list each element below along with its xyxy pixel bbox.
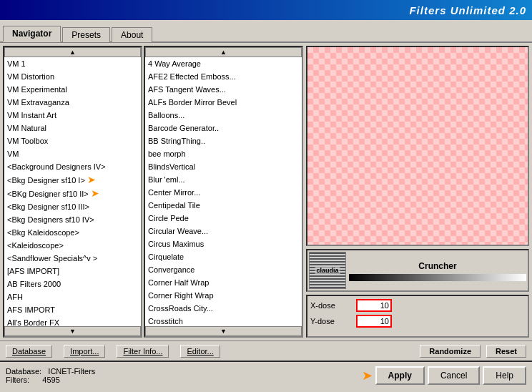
help-button[interactable]: Help: [483, 366, 526, 385]
list-item[interactable]: VM: [4, 147, 141, 160]
list-item[interactable]: AFH: [4, 290, 141, 303]
toolbar-right: Randomize Reset: [420, 345, 526, 358]
category-list-container: ▲ VM 1 VM Distortion VM Experimental VM …: [3, 46, 142, 338]
list-item[interactable]: AB Filters 2000: [4, 278, 141, 290]
list-item[interactable]: Centipedal Tile: [145, 199, 302, 212]
status-right: ➤ Apply Cancel Help: [362, 366, 526, 385]
list-item[interactable]: <Bkg Kaleidoscope>: [4, 226, 141, 239]
list-item[interactable]: AFS Tangent Waves...: [145, 83, 302, 96]
list-item[interactable]: Blur 'eml...: [145, 173, 302, 186]
list-item[interactable]: Cirquelate: [145, 250, 302, 263]
filter-name-bar: [349, 274, 526, 281]
list-item[interactable]: VM Instant Art: [4, 109, 141, 122]
filter-name-area: Cruncher: [349, 260, 526, 281]
right-panel: claudia Cruncher X-dose Y-dose: [306, 46, 529, 338]
list-item[interactable]: Corner Right Wrap: [145, 289, 302, 302]
list-item[interactable]: [AFS IMPORT]: [4, 265, 141, 278]
bottom-toolbar: Database Import... Filter Info... Editor…: [0, 340, 532, 361]
tab-navigator[interactable]: Navigator: [3, 26, 61, 42]
import-button[interactable]: Import...: [64, 345, 105, 358]
app-title: Filters Unlimited 2.0: [409, 4, 526, 16]
scroll-down-arrow-col2[interactable]: ▼: [145, 326, 302, 336]
list-item[interactable]: <Bkg Designers sf10 IV>: [4, 213, 141, 226]
status-info: Database: ICNET-Filters Filters: 4595: [6, 367, 95, 384]
category-list[interactable]: VM 1 VM Distortion VM Experimental VM Ex…: [4, 57, 141, 326]
list-item[interactable]: <Bkg Designer sf10 III>: [4, 200, 141, 213]
param-label-xdose: X-dose: [310, 301, 353, 310]
list-item[interactable]: Crosstitch: [145, 315, 302, 326]
title-bar: Filters Unlimited 2.0: [0, 0, 532, 20]
editor-button[interactable]: Editor...: [180, 345, 220, 358]
thumbnail-label: claudia: [315, 266, 340, 275]
param-input-ydose[interactable]: [356, 315, 392, 328]
filter-thumbnail: claudia: [309, 252, 346, 289]
scroll-down-arrow-col1[interactable]: ▼: [4, 326, 141, 336]
preview-area: [306, 46, 529, 246]
param-row-xdose: X-dose: [310, 299, 525, 312]
list-item[interactable]: VM Extravaganza: [4, 96, 141, 109]
filter-list-container: ▲ 4 Way Average AFE2 Effected Emboss... …: [144, 46, 303, 338]
param-input-xdose[interactable]: [356, 299, 392, 312]
list-item[interactable]: CrossRoads City...: [145, 302, 302, 315]
list-item[interactable]: 4 Way Average: [145, 57, 302, 70]
status-bar: Database: ICNET-Filters Filters: 4595 ➤ …: [0, 361, 532, 389]
tab-presets[interactable]: Presets: [62, 27, 110, 42]
filter-list[interactable]: 4 Way Average AFE2 Effected Emboss... AF…: [145, 57, 302, 326]
list-item[interactable]: AFS IMPORT: [4, 303, 141, 316]
list-item[interactable]: <Sandflower Specials^v >: [4, 252, 141, 265]
list-item[interactable]: Circle Pede: [145, 212, 302, 225]
list-item[interactable]: Circus Maximus: [145, 237, 302, 250]
list-item[interactable]: <BKg Designer sf10 II> ➤: [4, 187, 141, 200]
list-item[interactable]: VM Distortion: [4, 70, 141, 83]
list-item[interactable]: <Kaleidoscope>: [4, 239, 141, 252]
list-item[interactable]: Convergance: [145, 263, 302, 276]
list-item[interactable]: Corner Half Wrap: [145, 276, 302, 289]
list-item[interactable]: AFE2 Effected Emboss...: [145, 70, 302, 83]
apply-button[interactable]: Apply: [375, 366, 425, 385]
list-item[interactable]: Center Mirror...: [145, 186, 302, 199]
filter-info-panel: claudia Cruncher: [306, 249, 529, 292]
list-item[interactable]: Barcode Generator..: [145, 122, 302, 134]
database-status: Database: ICNET-Filters: [6, 367, 95, 376]
list-item[interactable]: Balloons...: [145, 109, 302, 122]
list-item[interactable]: bee morph: [145, 147, 302, 160]
param-label-ydose: Y-dose: [310, 317, 353, 325]
database-button[interactable]: Database: [6, 345, 52, 358]
tab-about[interactable]: About: [112, 27, 152, 42]
list-item[interactable]: VM Toolbox: [4, 134, 141, 147]
list-item[interactable]: VM Experimental: [4, 83, 141, 96]
list-item[interactable]: BB StringThing..: [145, 134, 302, 147]
reset-button[interactable]: Reset: [486, 345, 526, 358]
randomize-button[interactable]: Randomize: [420, 345, 481, 358]
preview-checkerboard: [307, 47, 528, 245]
list-item[interactable]: ALFs Border Mirror Bevel: [145, 96, 302, 109]
params-area: X-dose Y-dose: [306, 295, 529, 338]
main-content: ▲ VM 1 VM Distortion VM Experimental VM …: [0, 43, 532, 340]
list-item[interactable]: <Bkg Designer sf10 I> ➤: [4, 173, 141, 187]
left-panel: ▲ VM 1 VM Distortion VM Experimental VM …: [3, 46, 303, 338]
scroll-up-arrow-col2[interactable]: ▲: [145, 47, 302, 57]
list-item[interactable]: Circular Weave...: [145, 225, 302, 237]
filters-status: Filters: 4595: [6, 376, 95, 384]
list-item[interactable]: All's Border FX: [4, 316, 141, 326]
list-item[interactable]: BlindsVertical: [145, 160, 302, 173]
list-item[interactable]: VM Natural: [4, 122, 141, 134]
tab-bar: Navigator Presets About: [0, 20, 532, 43]
param-row-ydose: Y-dose: [310, 315, 525, 328]
list-item[interactable]: <Background Designers IV>: [4, 160, 141, 173]
filter-name: Cruncher: [349, 260, 526, 273]
list-item[interactable]: VM 1: [4, 57, 141, 70]
filter-info-button[interactable]: Filter Info...: [117, 345, 169, 358]
cancel-button[interactable]: Cancel: [428, 366, 480, 385]
scroll-up-arrow-col1[interactable]: ▲: [4, 47, 141, 57]
apply-arrow-icon: ➤: [362, 368, 373, 383]
